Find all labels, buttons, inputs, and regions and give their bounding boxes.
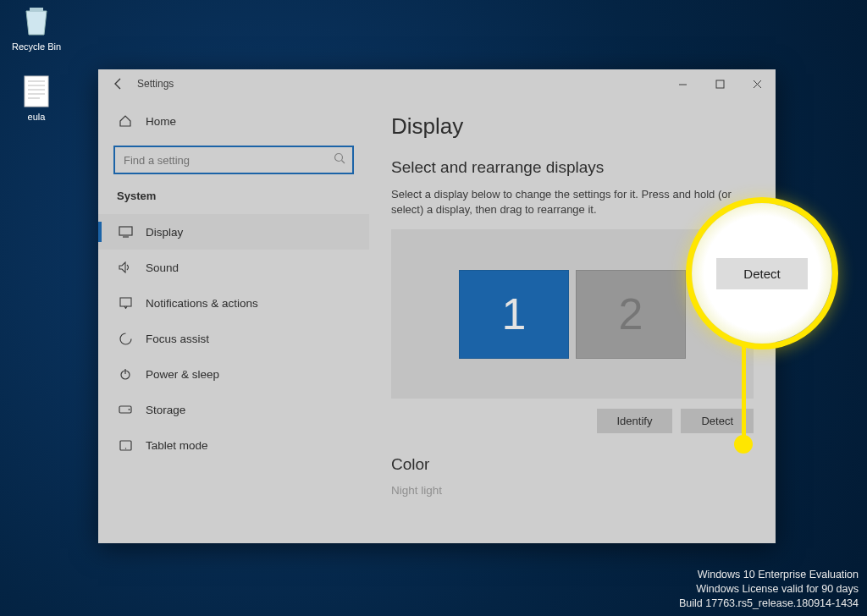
- sidebar-item-label: Focus assist: [146, 333, 209, 345]
- desktop-icon-label: eula: [7, 112, 66, 122]
- minimize-button[interactable]: [664, 69, 701, 98]
- sidebar-item-notifications[interactable]: Notifications & actions: [98, 285, 369, 321]
- close-button[interactable]: [738, 69, 776, 98]
- desktop-icon-recycle-bin[interactable]: Recycle Bin: [7, 4, 66, 52]
- svg-point-19: [124, 448, 125, 448]
- svg-point-9: [335, 154, 343, 162]
- page-title: Display: [391, 113, 754, 140]
- desktop-watermark: Windows 10 Enterprise Evaluation Windows…: [679, 568, 859, 611]
- notifications-icon: [117, 297, 134, 309]
- sidebar-item-tablet-mode[interactable]: Tablet mode: [98, 427, 369, 463]
- monitor-2[interactable]: 2: [576, 270, 686, 359]
- callout-dot: [734, 435, 753, 454]
- sidebar-item-label: Power & sleep: [146, 368, 219, 381]
- night-light-label: Night light: [391, 484, 754, 497]
- svg-rect-11: [119, 227, 132, 235]
- titlebar: Settings: [98, 69, 776, 98]
- storage-icon: [117, 405, 134, 414]
- maximize-button[interactable]: [701, 69, 738, 98]
- sound-icon: [117, 261, 134, 273]
- watermark-line: Build 17763.rs5_release.180914-1434: [679, 597, 859, 611]
- desktop-icon-eula[interactable]: eula: [7, 74, 66, 122]
- svg-rect-0: [30, 8, 43, 12]
- window-title: Settings: [137, 78, 174, 90]
- sidebar-item-power-sleep[interactable]: Power & sleep: [98, 356, 369, 392]
- sidebar-item-label: Display: [146, 226, 183, 239]
- svg-point-17: [129, 409, 130, 410]
- search-input[interactable]: [113, 146, 354, 174]
- sidebar-item-display[interactable]: Display: [98, 214, 369, 250]
- svg-line-10: [342, 161, 345, 164]
- svg-rect-8: [716, 80, 724, 88]
- search-icon: [334, 152, 345, 168]
- tablet-icon: [117, 440, 134, 451]
- section-heading-color: Color: [391, 455, 754, 474]
- sidebar-item-label: Sound: [146, 261, 179, 274]
- recycle-bin-icon: [19, 4, 53, 38]
- watermark-line: Windows License valid for 90 days: [679, 582, 859, 597]
- home-icon: [117, 114, 134, 128]
- sidebar-item-label: Notifications & actions: [146, 297, 258, 310]
- callout-detect-button: Detect: [716, 258, 807, 289]
- sidebar-item-sound[interactable]: Sound: [98, 250, 369, 285]
- svg-rect-1: [25, 76, 48, 107]
- nav-home[interactable]: Home: [98, 105, 369, 137]
- sidebar: Home System Display Sound Notifications …: [98, 98, 369, 543]
- focus-icon: [117, 333, 134, 345]
- sidebar-item-focus-assist[interactable]: Focus assist: [98, 321, 369, 356]
- power-icon: [117, 368, 134, 380]
- desktop-icon-label: Recycle Bin: [7, 41, 66, 52]
- sidebar-item-storage[interactable]: Storage: [98, 392, 369, 427]
- sidebar-section-label: System: [98, 190, 369, 202]
- settings-window: Settings Home System Display Sou: [98, 69, 776, 543]
- back-button[interactable]: [107, 72, 130, 96]
- nav-home-label: Home: [146, 115, 176, 128]
- section-heading: Select and rearrange displays: [391, 158, 754, 177]
- callout-circle: Detect: [686, 197, 838, 349]
- svg-rect-13: [120, 298, 131, 306]
- callout-connector: [742, 345, 746, 447]
- watermark-line: Windows 10 Enterprise Evaluation: [679, 568, 859, 582]
- text-file-icon: [19, 74, 53, 108]
- monitor-1[interactable]: 1: [459, 270, 569, 359]
- identify-button[interactable]: Identify: [597, 409, 673, 433]
- display-icon: [117, 226, 134, 238]
- section-description: Select a display below to change the set…: [391, 187, 747, 217]
- sidebar-item-label: Storage: [146, 404, 185, 416]
- sidebar-item-label: Tablet mode: [146, 439, 208, 452]
